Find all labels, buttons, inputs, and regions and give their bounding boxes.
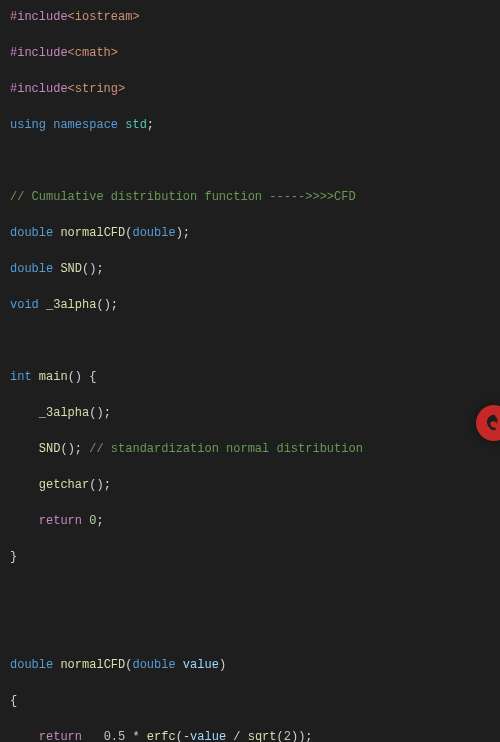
code-line: #include<string> bbox=[10, 80, 490, 98]
code-line: return 0; bbox=[10, 512, 490, 530]
header: <iostream> bbox=[68, 10, 140, 24]
code-editor[interactable]: #include<iostream> #include<cmath> #incl… bbox=[10, 8, 490, 742]
preproc: #include bbox=[10, 10, 68, 24]
code-line: double normalCFD(double); bbox=[10, 224, 490, 242]
code-line: _3alpha(); bbox=[10, 404, 490, 422]
code-line: using namespace std; bbox=[10, 116, 490, 134]
code-line: return 0.5 * erfc(-value / sqrt(2)); bbox=[10, 728, 490, 742]
blank-line bbox=[10, 584, 490, 602]
code-line: #include<iostream> bbox=[10, 8, 490, 26]
blank-line bbox=[10, 152, 490, 170]
code-line: SND(); // standardization normal distrib… bbox=[10, 440, 490, 458]
blank-line bbox=[10, 620, 490, 638]
code-line: void _3alpha(); bbox=[10, 296, 490, 314]
code-line: int main() { bbox=[10, 368, 490, 386]
code-line: #include<cmath> bbox=[10, 44, 490, 62]
code-line: getchar(); bbox=[10, 476, 490, 494]
code-line: // Cumulative distribution function ----… bbox=[10, 188, 490, 206]
comment: // Cumulative distribution function ----… bbox=[10, 190, 356, 204]
blank-line bbox=[10, 332, 490, 350]
code-line: { bbox=[10, 692, 490, 710]
code-line: } bbox=[10, 548, 490, 566]
code-line: double SND(); bbox=[10, 260, 490, 278]
wolf-icon bbox=[483, 412, 500, 434]
code-line: double normalCFD(double value) bbox=[10, 656, 490, 674]
